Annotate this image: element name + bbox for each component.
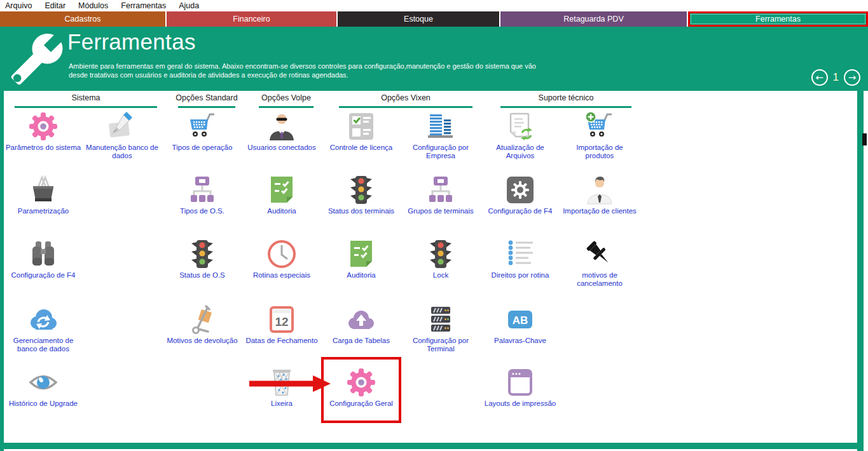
tile-configuracao-por-terminal[interactable]: Configuração por Terminal	[403, 304, 479, 353]
tab-cadastros[interactable]: Cadastros	[0, 11, 165, 27]
tab-estoque[interactable]: Estoque	[338, 11, 499, 27]
user-sunglasses-icon	[266, 111, 297, 142]
page-description: Ambiente para ferramentas em geral do si…	[69, 62, 536, 79]
tab-financeiro[interactable]: Financeiro	[167, 11, 336, 27]
section-label: Suporte técnico	[539, 93, 594, 102]
binoculars-icon	[28, 239, 59, 269]
tile-label: Controle de licença	[323, 144, 399, 152]
tile-importacao-de-clientes[interactable]: Importação de clientes	[561, 175, 638, 215]
tile-label: Auditoria	[244, 207, 320, 215]
next-page-button[interactable]: →	[844, 69, 860, 86]
tile-controle-de-licenca[interactable]: Controle de licença	[323, 111, 399, 152]
menu-modulos[interactable]: Módulos	[78, 1, 108, 10]
keywords-ab-icon	[505, 304, 535, 335]
tile-label: Tipos de operação	[164, 144, 240, 152]
bottom-green-bar	[4, 443, 864, 449]
tile-tipos-de-os[interactable]: Tipos de O.S.	[164, 175, 240, 215]
section-opcoes-volpe: Opções Volpe	[259, 93, 313, 102]
traffic-light-icon	[187, 239, 217, 269]
gear-square-icon	[505, 175, 535, 205]
tile-lock[interactable]: Lock	[403, 239, 479, 279]
tile-status-dos-terminais[interactable]: Status dos terminais	[323, 175, 399, 215]
tile-configuracao-por-empresa[interactable]: Configuração por Empresa	[403, 111, 479, 160]
tile-label: Importação de clientes	[561, 207, 638, 215]
shopping-cart-icon	[187, 111, 217, 142]
tile-label: Configuração por Terminal	[403, 337, 479, 353]
tile-label: Palavras-Chave	[482, 337, 558, 345]
tile-label: Configuração de F4	[5, 271, 81, 279]
menu-ajuda[interactable]: Ajuda	[179, 1, 199, 10]
gear-pink-icon	[28, 111, 59, 142]
tile-usuarios-conectados[interactable]: Usuarios conectados	[244, 111, 320, 152]
tile-gerenciamento-de-banco-de-dados[interactable]: Gerenciamento de banco de dados	[5, 304, 81, 353]
tile-palavras-chave[interactable]: Palavras-Chave	[482, 304, 558, 345]
section-label: Opções Standard	[176, 93, 237, 102]
tile-label: Lixeira	[244, 400, 320, 408]
tile-tipos-de-operacao[interactable]: Tipos de operação	[164, 111, 240, 152]
tile-parametros-do-sistema[interactable]: Parâmetros do sistema	[5, 111, 81, 152]
cloud-sync-icon	[28, 304, 59, 335]
tile-label: Carga de Tabelas	[323, 337, 399, 345]
app-window: { "menu_bar": { "items": ["Arquivo", "Ed…	[0, 0, 868, 451]
tab-ferramentas[interactable]: Ferramentas	[688, 11, 868, 27]
tile-manutencao-banco-de-dados[interactable]: Manutenção banco de dados	[84, 111, 160, 160]
section-underline	[259, 106, 313, 108]
tile-parametrizacao[interactable]: Parametrização	[5, 175, 81, 215]
tile-atualizacao-de-arquivos[interactable]: Atualização de Arquivos	[482, 111, 558, 160]
tile-grupos-de-terminais[interactable]: Grupos de terminais	[403, 175, 479, 215]
cart-plus-icon	[584, 111, 615, 142]
arrow-right-icon: →	[848, 73, 857, 83]
tab-retaguarda-pdv[interactable]: Retaguarda PDV	[500, 11, 687, 27]
traffic-light-icon	[346, 175, 376, 205]
tile-carga-de-tabelas[interactable]: Carga de Tabelas	[323, 304, 399, 345]
tile-label: Parametrização	[5, 207, 81, 215]
push-pin-icon	[584, 239, 615, 269]
tile-label: Usuarios conectados	[244, 144, 320, 152]
tile-direitos-por-rotina[interactable]: Direitos por rotina	[482, 239, 558, 279]
section-suporte-tecnico: Suporte técnico	[500, 93, 631, 102]
clock-icon	[266, 239, 297, 269]
tile-configuracao-de-f4-sistema[interactable]: Configuração de F4	[5, 239, 81, 279]
section-opcoes-standard: Opções Standard	[178, 93, 235, 102]
menu-editar[interactable]: Editar	[45, 1, 65, 10]
prev-page-button[interactable]: ←	[811, 69, 828, 86]
tile-datas-de-fechamento[interactable]: Datas de Fechamento	[244, 304, 320, 345]
section-sistema: Sistema	[15, 93, 157, 102]
document-sync-icon	[505, 111, 535, 142]
menu-ferramentas[interactable]: Ferramentas	[121, 1, 166, 10]
tile-label: Manutenção banco de dados	[84, 144, 160, 160]
eye-icon	[28, 367, 59, 398]
note-checklist-icon	[266, 175, 297, 205]
tab-label: Retaguarda PDV	[563, 15, 624, 24]
tile-historico-de-upgrade[interactable]: Histórico de Upgrade	[5, 367, 81, 408]
menu-bar: Arquivo Editar Módulos Ferramentas Ajuda	[0, 0, 868, 11]
binder-clip-icon	[28, 175, 59, 205]
pagination: ← 1 →	[811, 69, 860, 86]
tile-auditoria-volpe[interactable]: Auditoria	[244, 175, 320, 215]
app-window-icon	[505, 367, 535, 398]
tile-motivos-de-devolucao[interactable]: Motivos de devolução	[164, 304, 240, 345]
tile-motivos-de-cancelamento[interactable]: motivos de cancelamento	[561, 239, 638, 288]
tile-auditoria-vixen[interactable]: Auditoria	[323, 239, 399, 279]
calendar-icon	[266, 304, 297, 335]
tile-status-de-os[interactable]: Status de O.S	[164, 239, 240, 279]
menu-arquivo[interactable]: Arquivo	[5, 1, 32, 10]
tile-label: Histórico de Upgrade	[5, 400, 81, 408]
tile-configuracao-de-f4-vixen[interactable]: Configuração de F4	[482, 175, 558, 215]
tile-label: Lock	[403, 271, 479, 279]
pen-document-icon	[107, 111, 137, 142]
tile-layouts-de-impressao[interactable]: Layouts de impressão	[482, 367, 558, 408]
tile-importacao-de-produtos[interactable]: Importação de produtos	[561, 111, 638, 160]
note-checklist-icon	[346, 239, 376, 269]
tile-label: Tipos de O.S.	[164, 207, 240, 215]
tile-label: Direitos por rotina	[482, 271, 558, 279]
org-chart-icon	[187, 175, 217, 205]
module-tabs: Cadastros Financeiro Estoque Retaguarda …	[0, 11, 868, 27]
tile-label: motivos de cancelamento	[561, 271, 638, 288]
org-chart-icon	[425, 175, 456, 205]
tile-rotinas-especiais[interactable]: Rotinas especiais	[244, 239, 320, 279]
section-label: Opções Vixen	[381, 93, 431, 102]
section-opcoes-vixen: Opções Vixen	[339, 93, 472, 102]
text-cursor-artifact	[862, 133, 867, 145]
tile-label: Configuração de F4	[482, 207, 558, 215]
